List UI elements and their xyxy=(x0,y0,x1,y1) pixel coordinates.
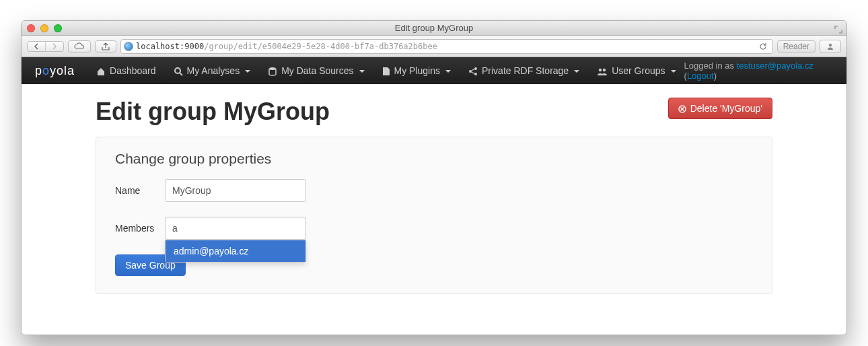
nav-items: Dashboard My Analyses My Data Sources xyxy=(88,59,684,83)
share-icon xyxy=(468,65,478,76)
panel-title: Change group properties xyxy=(115,151,753,167)
members-row: Members admin@payola.cz xyxy=(115,217,753,240)
home-icon xyxy=(96,65,106,76)
name-row: Name xyxy=(115,179,753,202)
delete-icon xyxy=(678,103,686,114)
chevron-down-icon xyxy=(359,65,365,76)
members-wrap: admin@payola.cz xyxy=(165,217,306,240)
chevron-down-icon xyxy=(245,65,250,76)
svg-point-5 xyxy=(474,73,477,75)
user-button[interactable] xyxy=(820,40,841,53)
browser-toolbar: localhost:9000/group/edit/e5004e29-5e28-… xyxy=(22,36,846,57)
brand-text-o: o xyxy=(42,64,50,78)
page-content: Edit group MyGroup Delete 'MyGroup' Chan… xyxy=(22,84,846,335)
nav-user-groups[interactable]: User Groups xyxy=(589,59,684,83)
members-input[interactable] xyxy=(165,217,306,240)
reader-button[interactable]: Reader xyxy=(777,40,816,53)
nav-my-plugins[interactable]: My Plugins xyxy=(374,59,459,83)
brand-text-post: yola xyxy=(50,64,75,78)
browser-window: Edit group MyGroup localhost:9000 xyxy=(21,20,847,335)
chevron-down-icon xyxy=(671,65,676,76)
delete-group-button[interactable]: Delete 'MyGroup' xyxy=(668,98,772,119)
logout-link[interactable]: Logout xyxy=(687,71,714,81)
url-bar[interactable]: localhost:9000/group/edit/e5004e29-5e28-… xyxy=(120,39,773,54)
svg-point-0 xyxy=(829,43,832,46)
site-icon xyxy=(124,42,133,51)
fullscreen-icon[interactable] xyxy=(834,24,842,34)
login-prefix: Logged in as xyxy=(684,61,737,71)
current-user-link[interactable]: testuser@payola.cz xyxy=(737,61,813,71)
nav-label: My Plugins xyxy=(394,65,440,76)
members-suggestion-dropdown: admin@payola.cz xyxy=(165,240,306,263)
name-input[interactable] xyxy=(165,179,306,202)
cloud-button[interactable] xyxy=(68,40,91,53)
brand-text-pre: p xyxy=(35,64,42,78)
svg-point-1 xyxy=(175,68,180,73)
nav-private-rdf-storage[interactable]: Private RDF Storage xyxy=(460,59,587,83)
forward-button[interactable] xyxy=(46,42,63,51)
login-status: Logged in as testuser@payola.cz (Logout) xyxy=(684,61,833,81)
name-label: Name xyxy=(115,185,155,196)
url-path: /group/edit/e5004e29-5e28-4d00-bf7a-db37… xyxy=(204,42,437,51)
page-head: Edit group MyGroup Delete 'MyGroup' xyxy=(96,98,772,126)
url-host: localhost:9000 xyxy=(136,42,204,51)
database-icon xyxy=(268,65,277,76)
svg-point-2 xyxy=(269,67,276,70)
nav-label: My Analyses xyxy=(187,65,240,76)
brand-logo[interactable]: poyola xyxy=(35,64,75,78)
svg-point-6 xyxy=(599,69,602,71)
nav-label: My Data Sources xyxy=(281,65,353,76)
properties-panel: Change group properties Name Members adm… xyxy=(96,137,772,294)
svg-point-4 xyxy=(474,67,477,70)
suggestion-item[interactable]: admin@payola.cz xyxy=(166,240,305,262)
paren-close: ) xyxy=(714,71,717,81)
nav-buttons xyxy=(27,41,64,52)
nav-my-analyses[interactable]: My Analyses xyxy=(166,59,259,83)
back-button[interactable] xyxy=(28,42,46,51)
app-navbar: poyola Dashboard My Analyses xyxy=(22,57,846,84)
share-button[interactable] xyxy=(95,40,116,53)
nav-dashboard[interactable]: Dashboard xyxy=(88,59,164,83)
users-icon xyxy=(597,65,608,76)
titlebar: Edit group MyGroup xyxy=(22,21,846,36)
members-label: Members xyxy=(115,223,155,234)
nav-label: Dashboard xyxy=(110,65,156,76)
chevron-down-icon xyxy=(574,65,579,76)
window-title: Edit group MyGroup xyxy=(22,23,846,33)
reload-icon[interactable] xyxy=(759,42,767,51)
nav-label: User Groups xyxy=(612,65,665,76)
nav-my-data-sources[interactable]: My Data Sources xyxy=(260,59,372,83)
delete-button-label: Delete 'MyGroup' xyxy=(690,103,762,114)
file-icon xyxy=(382,65,390,76)
nav-label: Private RDF Storage xyxy=(482,65,569,76)
page-title: Edit group MyGroup xyxy=(96,98,330,126)
chevron-down-icon xyxy=(445,65,451,76)
svg-point-7 xyxy=(603,69,606,71)
search-icon xyxy=(174,65,183,76)
